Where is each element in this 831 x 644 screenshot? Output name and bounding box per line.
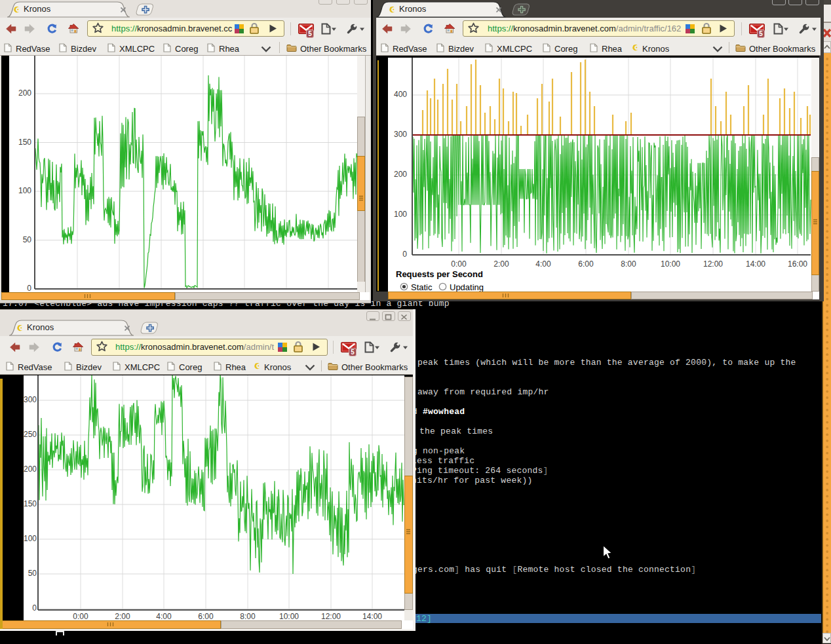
svg-text:5: 5 — [308, 30, 312, 37]
svg-text:5: 5 — [351, 349, 355, 356]
svg-text:5: 5 — [759, 30, 763, 37]
